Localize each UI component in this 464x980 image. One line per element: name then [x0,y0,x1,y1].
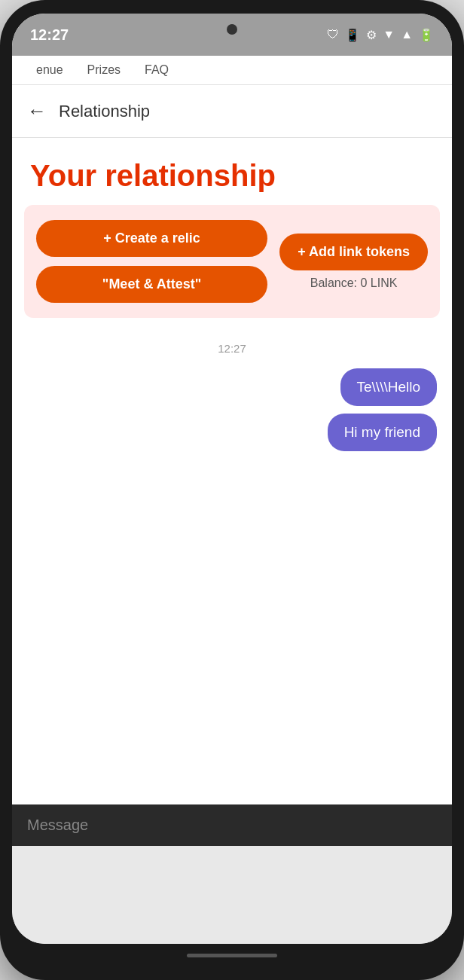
chat-timestamp: 12:27 [24,342,440,355]
action-right: + Add link tokens Balance: 0 LINK [279,220,428,303]
battery-icon: 🔋 [419,28,434,42]
sim-icon: 📱 [345,28,360,42]
home-indicator [187,954,277,957]
message-bubble-1: Te\\\\Hello [340,368,437,406]
message-bubble-2: Hi my friend [328,414,437,451]
meet-attest-button[interactable]: "Meet & Attest" [36,266,267,303]
shield-icon: 🛡 [327,28,339,41]
phone-frame: 12:27 🛡 📱 ⚙ ▼ ▲ 🔋 enue Prizes FAQ ← Rela… [0,0,464,980]
app-bar: ← Relationship [12,85,452,138]
status-bar: 12:27 🛡 📱 ⚙ ▼ ▲ 🔋 [12,14,452,56]
page-title: Relationship [59,102,150,121]
main-content: Your relationship + Create a relic "Meet… [12,138,452,944]
status-time: 12:27 [30,26,69,44]
signal-icon: ▲ [401,28,413,41]
action-panel: + Create a relic "Meet & Attest" + Add l… [24,205,440,318]
tab-faq[interactable]: FAQ [133,56,181,84]
message-input[interactable] [27,817,437,834]
chat-area: 12:27 Te\\\\Hello Hi my friend [12,318,452,804]
back-button[interactable]: ← [27,99,47,123]
relationship-header: Your relationship [12,138,452,205]
top-nav-tabs: enue Prizes FAQ [12,56,452,85]
keyboard-area [12,846,452,944]
add-link-tokens-button[interactable]: + Add link tokens [279,234,428,270]
wifi-icon: ▼ [383,28,395,41]
status-icons: 🛡 📱 ⚙ ▼ ▲ 🔋 [327,28,434,42]
relationship-heading: Your relationship [30,159,434,193]
messages-list: Te\\\\Hello Hi my friend [24,368,440,451]
bottom-bar [187,944,277,966]
camera-dot [227,24,237,35]
create-relic-button[interactable]: + Create a relic [36,220,267,257]
tab-prizes[interactable]: Prizes [75,56,133,84]
tab-enue[interactable]: enue [24,56,75,84]
settings-icon: ⚙ [366,28,377,42]
action-left: + Create a relic "Meet & Attest" [36,220,267,303]
balance-display: Balance: 0 LINK [310,276,398,290]
message-input-area [12,804,452,846]
phone-screen: 12:27 🛡 📱 ⚙ ▼ ▲ 🔋 enue Prizes FAQ ← Rela… [12,14,452,944]
